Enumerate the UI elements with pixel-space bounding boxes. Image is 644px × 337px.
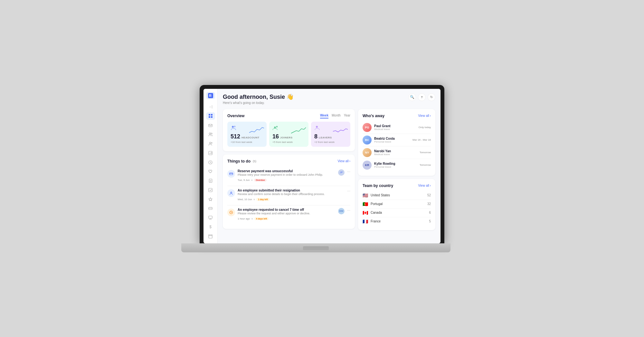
avatar-narobi-yan: NY xyxy=(363,148,372,157)
sidebar-item-archive[interactable] xyxy=(206,233,215,240)
refresh-button[interactable]: ↻ xyxy=(428,93,435,101)
sidebar-item-expand[interactable]: →| xyxy=(206,103,215,110)
todo-item: Reserve payment was unsuccessful Please … xyxy=(227,167,350,186)
country-item-pt: 🇵🇹 Portugal 32 xyxy=(363,200,431,209)
sidebar-item-starred[interactable] xyxy=(206,196,215,203)
todo-date-2: Wed, 10 Jun xyxy=(238,198,252,201)
sidebar-item-people[interactable] xyxy=(206,131,215,138)
search-button[interactable]: 🔍 xyxy=(408,93,416,101)
todo-time-icon xyxy=(227,209,235,216)
svg-text:R: R xyxy=(209,94,212,98)
leavers-number: 8 xyxy=(314,133,317,140)
todo-title-2: An employee submitted their resignation xyxy=(238,189,345,192)
flag-us: 🇺🇸 xyxy=(363,193,368,198)
todos-count: (5) xyxy=(253,160,256,163)
svg-point-21 xyxy=(316,126,318,128)
stat-joiners: 16 JOINERS +5 from last week xyxy=(269,122,308,147)
todo-item: An employee submitted their resignation … xyxy=(227,186,350,205)
headcount-number: 512 xyxy=(231,133,240,140)
country-count-fr: 5 xyxy=(429,220,431,223)
team-by-country-header: Team by country View all › xyxy=(363,183,431,188)
overview-tabs: Week Month Year xyxy=(320,114,350,118)
away-dates-beatriz: Mar 16 - Mar 18 xyxy=(412,138,431,141)
team-by-country-view-all[interactable]: View all › xyxy=(418,184,431,187)
sidebar-item-benefits[interactable] xyxy=(206,168,215,175)
sidebar-item-inbox[interactable] xyxy=(206,122,215,129)
away-item-paul: PG Paul Grant Medical leave Only today xyxy=(363,121,431,134)
todo-avatar-3: EM xyxy=(338,208,345,214)
todo-desc-1: Please retry your reserve payment in ord… xyxy=(238,173,336,176)
whos-away-card: Who's away View all › PG Paul Gra xyxy=(358,109,435,176)
todo-title-3: An employee requested to cancel 7 time o… xyxy=(238,208,336,211)
headcount-change: +10 from last week xyxy=(231,141,263,144)
overview-title: Overview xyxy=(227,114,244,118)
todo-date-1: Tue, 9 Jun xyxy=(238,179,250,182)
todo-title-1: Reserve payment was unsuccessful xyxy=(238,169,336,173)
sidebar-item-checklist[interactable] xyxy=(206,186,215,194)
svg-point-7 xyxy=(209,133,211,135)
sidebar-item-billing[interactable] xyxy=(206,205,215,212)
country-item-fr: 🇫🇷 France 5 xyxy=(363,217,431,226)
todo-payment-icon xyxy=(227,170,235,178)
headcount-label: HEADCOUNT xyxy=(242,136,260,139)
todo-more-3[interactable]: ··· xyxy=(347,208,350,212)
todo-desc-2: Review and confirm some details to begin… xyxy=(238,192,345,196)
keyboard-base xyxy=(181,243,450,252)
todo-content: An employee requested to cancel 7 time o… xyxy=(238,208,336,222)
away-type-narobi: Medical leave xyxy=(374,153,417,156)
svg-rect-16 xyxy=(209,236,212,238)
svg-point-8 xyxy=(211,133,212,134)
help-button[interactable]: ? xyxy=(418,93,426,101)
svg-rect-15 xyxy=(209,216,212,219)
todo-badge-2: 1 day left xyxy=(256,198,269,201)
sidebar-item-messages[interactable] xyxy=(206,214,215,221)
away-info-beatriz: Beatriz Costa Personal leave xyxy=(374,137,410,143)
away-info-kylie: Kylie Rowling Personal leave xyxy=(374,162,417,168)
svg-point-9 xyxy=(209,142,211,144)
todo-more-2[interactable]: ··· xyxy=(347,189,350,193)
left-column: Overview Week Month Year xyxy=(223,109,355,239)
sidebar-item-time[interactable] xyxy=(206,159,215,166)
svg-rect-2 xyxy=(209,114,210,116)
todo-badge-1: Overdue xyxy=(254,179,266,182)
todo-meta-1: Tue, 9 Jun • Overdue xyxy=(238,177,336,183)
svg-point-23 xyxy=(231,192,232,193)
todo-meta-2: Wed, 10 Jun • 1 day left xyxy=(238,197,345,202)
away-dates-narobi: Tomorrow xyxy=(420,151,431,154)
avatar-beatriz-costa: BC xyxy=(363,136,372,145)
todo-item: An employee requested to cancel 7 time o… xyxy=(227,205,350,224)
country-count-us: 52 xyxy=(427,193,431,197)
country-name-pt: Portugal xyxy=(371,202,425,206)
sidebar-item-docs[interactable] xyxy=(206,177,215,184)
sidebar-item-dashboard[interactable] xyxy=(206,112,215,120)
away-dates-paul: Only today xyxy=(419,126,431,129)
tab-month[interactable]: Month xyxy=(332,114,341,118)
whos-away-header: Who's away View all › xyxy=(363,114,431,118)
country-item-ca: 🇨🇦 Canada 6 xyxy=(363,209,431,217)
away-info-narobi: Narobi Yan Medical leave xyxy=(374,149,417,156)
svg-point-18 xyxy=(232,126,234,128)
country-name-fr: France xyxy=(371,220,426,223)
svg-rect-22 xyxy=(230,173,233,175)
todo-content: An employee submitted their resignation … xyxy=(238,189,345,202)
sidebar-item-finance[interactable]: $ xyxy=(206,223,215,231)
app-logo[interactable]: R xyxy=(206,92,215,99)
main-content: Good afternoon, Susie 👋 Here's what's go… xyxy=(218,89,440,243)
sidebar-item-recruit[interactable] xyxy=(206,140,215,147)
flag-ca: 🇨🇦 xyxy=(363,210,368,215)
todo-desc-3: Please review the request and either app… xyxy=(238,212,336,215)
tab-week[interactable]: Week xyxy=(320,114,328,118)
tab-year[interactable]: Year xyxy=(344,114,350,118)
todos-view-all[interactable]: View all › xyxy=(337,159,350,163)
whos-away-view-all[interactable]: View all › xyxy=(418,114,431,117)
todo-more-1[interactable]: ··· xyxy=(347,169,350,174)
leavers-change: +2 from last week xyxy=(314,141,347,144)
away-item-kylie: KR Kylie Rowling Personal leave Tomorrow xyxy=(363,159,431,171)
avatar-kylie-rowling: KR xyxy=(363,161,372,170)
svg-rect-6 xyxy=(209,124,212,127)
sidebar-item-reports[interactable] xyxy=(206,149,215,157)
away-name-paul: Paul Grant xyxy=(374,124,416,128)
svg-point-19 xyxy=(234,126,236,127)
country-item-us: 🇺🇸 United States 52 xyxy=(363,191,431,200)
flag-pt: 🇵🇹 xyxy=(363,201,368,207)
